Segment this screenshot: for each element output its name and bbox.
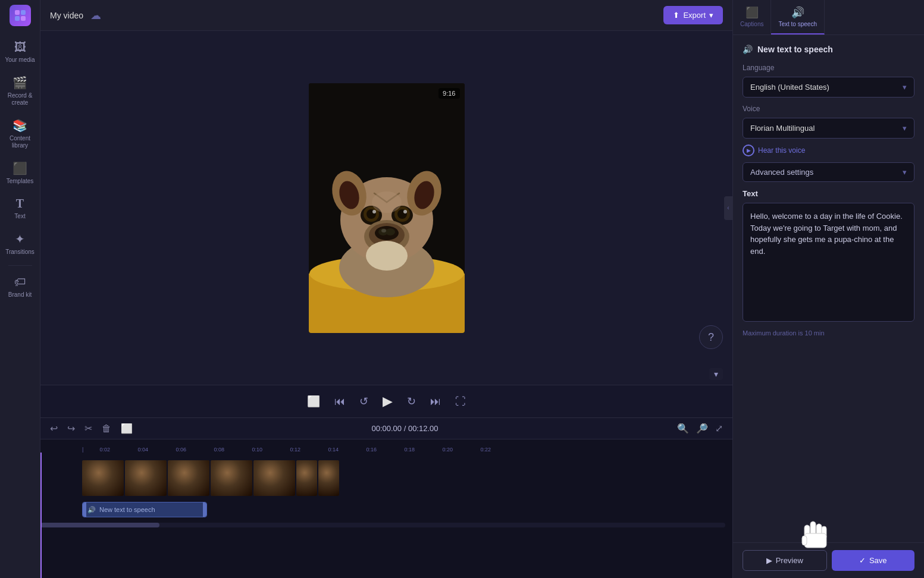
- video-thumbnail-clip[interactable]: [318, 460, 339, 496]
- zoom-in-button[interactable]: 🔎: [694, 422, 710, 435]
- tab-tts-label: Text to speech: [778, 21, 816, 27]
- sidebar-item-label: Content library: [4, 135, 37, 149]
- templates-icon: ⬛: [12, 161, 27, 175]
- sidebar-item-label: Transitions: [5, 249, 35, 256]
- voice-dropdown[interactable]: Florian Multilingual ▾: [743, 118, 914, 139]
- tts-text-input[interactable]: [743, 203, 914, 322]
- rewind-5s-button[interactable]: ↺: [357, 392, 371, 410]
- right-panel-collapse-button[interactable]: ‹: [724, 196, 732, 220]
- sidebar-item-your-media[interactable]: 🖼 Your media: [1, 36, 39, 68]
- video-thumbnail-clip[interactable]: [253, 460, 295, 496]
- video-thumbnail-clip[interactable]: [125, 460, 167, 496]
- video-thumbnail-clip[interactable]: [82, 460, 124, 496]
- advanced-settings-toggle[interactable]: Advanced settings ▾: [743, 162, 914, 182]
- tts-clip-left-handle[interactable]: [83, 502, 86, 517]
- max-duration-note: Maximum duration is 10 min: [743, 329, 914, 337]
- tab-captions[interactable]: ⬛ Captions: [733, 0, 771, 34]
- svg-point-30: [366, 241, 408, 271]
- panel-title-icon: 🔊: [743, 45, 753, 54]
- ruler-mark: 0:10: [238, 447, 276, 453]
- ruler-mark: 0:02: [86, 447, 124, 453]
- tts-track: 🔊 New text to speech: [82, 501, 732, 518]
- ruler-mark: 0:06: [162, 447, 200, 453]
- svg-point-29: [381, 229, 386, 233]
- language-value: English (United States): [750, 83, 829, 92]
- video-title[interactable]: My video: [50, 11, 83, 20]
- content-library-icon: 📚: [12, 118, 27, 133]
- redo-button[interactable]: ↪: [65, 422, 77, 435]
- tts-clip[interactable]: 🔊 New text to speech: [82, 502, 207, 517]
- sidebar-item-label: Text: [14, 213, 25, 220]
- timeline-section: ↩ ↪ ✂ 🗑 ⬜ 00:00.00 / 00:12.00 🔍 🔎 ⤢ | 0:…: [40, 417, 732, 578]
- aspect-ratio-badge: 9:16: [438, 88, 459, 99]
- sidebar-item-content-library[interactable]: 📚 Content library: [1, 114, 39, 154]
- video-thumbnail-clip[interactable]: [168, 460, 209, 496]
- transitions-icon: ✦: [15, 232, 25, 246]
- language-dropdown[interactable]: English (United States) ▾: [743, 77, 914, 98]
- ruler-mark: 0:14: [314, 447, 352, 453]
- video-thumbnail-clip[interactable]: [296, 460, 317, 496]
- ruler-mark: 0:16: [352, 447, 390, 453]
- sidebar-item-text[interactable]: T Text: [1, 192, 39, 225]
- delete-button[interactable]: 🗑: [99, 422, 114, 435]
- undo-button[interactable]: ↩: [48, 422, 60, 435]
- playback-controls: ⬜ ⏮ ↺ ▶ ↻ ⏭ ⛶: [40, 385, 732, 417]
- fit-timeline-button[interactable]: ⤢: [713, 422, 725, 435]
- skip-forward-button[interactable]: ⏭: [428, 393, 443, 410]
- hear-this-voice-label: Hear this voice: [758, 146, 805, 155]
- cloud-save-icon: ☁: [90, 9, 101, 22]
- hear-voice-play-icon: ▶: [743, 144, 754, 156]
- tts-icon: 🔊: [87, 506, 96, 514]
- fullscreen-button[interactable]: ⛶: [453, 393, 468, 410]
- sidebar-item-brand-kit[interactable]: 🏷 Brand kit: [1, 271, 39, 303]
- crop-button[interactable]: ⬜: [305, 392, 322, 410]
- panel-title-text: New text to speech: [757, 45, 833, 54]
- playhead: [40, 453, 42, 578]
- panel-actions: ▶ Preview ✓ Save: [733, 542, 924, 578]
- app-logo[interactable]: [10, 5, 31, 26]
- hear-this-voice-button[interactable]: ▶ Hear this voice: [743, 144, 914, 156]
- export-icon: ⬆: [673, 11, 679, 20]
- play-button[interactable]: ▶: [380, 391, 395, 411]
- export-label: Export: [683, 11, 706, 20]
- svg-rect-0: [15, 10, 20, 15]
- video-frame: 9:16: [309, 83, 465, 333]
- voice-label: Voice: [743, 105, 914, 113]
- timeline-tracks: 🔊 New text to speech: [40, 453, 732, 578]
- svg-point-23: [403, 210, 407, 213]
- main-area: My video ☁ ⬆ Export ▾ ‹: [40, 0, 732, 578]
- duplicate-button[interactable]: ⬜: [118, 422, 135, 435]
- forward-5s-button[interactable]: ↻: [405, 392, 418, 410]
- ruler-mark: 0:08: [200, 447, 238, 453]
- sidebar-item-transitions[interactable]: ✦ Transitions: [1, 227, 39, 260]
- svg-point-28: [386, 228, 395, 235]
- video-thumbnail-clip[interactable]: [211, 460, 252, 496]
- language-chevron-icon: ▾: [903, 83, 907, 92]
- zoom-controls: 🔍 🔎 ⤢: [675, 422, 725, 435]
- export-button[interactable]: ⬆ Export ▾: [663, 6, 723, 24]
- tab-text-to-speech[interactable]: 🔊 Text to speech: [771, 0, 824, 34]
- right-panel-tabs: ⬛ Captions 🔊 Text to speech: [733, 0, 924, 35]
- zoom-out-button[interactable]: 🔍: [675, 422, 691, 435]
- save-button[interactable]: ✓ Save: [832, 550, 915, 571]
- save-check-icon: ✓: [859, 556, 866, 565]
- video-track[interactable]: [82, 457, 732, 499]
- preview-label: Preview: [776, 556, 803, 565]
- tts-clip-right-handle[interactable]: [203, 502, 206, 517]
- save-label: Save: [869, 556, 887, 565]
- language-label: Language: [743, 64, 914, 72]
- preview-button[interactable]: ▶ Preview: [743, 550, 827, 571]
- skip-back-button[interactable]: ⏮: [332, 393, 347, 410]
- timeline-collapse-button[interactable]: ▾: [709, 368, 723, 380]
- record-create-icon: 🎬: [12, 76, 27, 90]
- voice-value: Florian Multilingual: [750, 124, 815, 133]
- timeline-scrollbar[interactable]: [40, 523, 725, 527]
- ruler-mark: 0:04: [124, 447, 162, 453]
- cut-button[interactable]: ✂: [82, 422, 95, 435]
- timeline-scrollbar-thumb[interactable]: [40, 523, 159, 527]
- help-button[interactable]: ?: [699, 325, 723, 349]
- sidebar-item-templates[interactable]: ⬛ Templates: [1, 156, 39, 190]
- sidebar: 🖼 Your media 🎬 Record & create 📚 Content…: [0, 0, 40, 578]
- sidebar-item-record-create[interactable]: 🎬 Record & create: [1, 71, 39, 111]
- text-icon: T: [16, 197, 24, 211]
